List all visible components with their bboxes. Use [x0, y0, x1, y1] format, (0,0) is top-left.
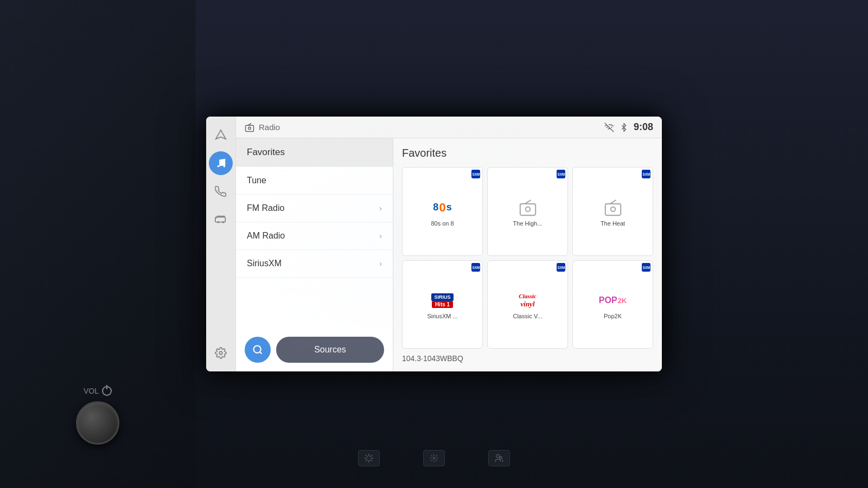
sxm-badge-high: SXM — [557, 170, 565, 178]
favorite-card-sirius1[interactable]: SXM SIRIUS Hits 1 SiriusXM ... — [402, 260, 483, 349]
search-button[interactable] — [245, 337, 271, 363]
person-icon — [488, 450, 510, 466]
sidebar-item-settings[interactable] — [209, 341, 233, 365]
svg-point-17 — [525, 207, 530, 211]
sidebar-item-vehicle[interactable] — [209, 208, 233, 232]
signal-icon — [604, 123, 614, 132]
svg-point-30 — [433, 458, 435, 459]
station-logo-classicvinyl: Classicvinyl — [512, 290, 544, 311]
sources-button[interactable]: Sources — [276, 337, 384, 363]
vol-label: VOL — [84, 386, 112, 396]
car-dashboard: VOL — [0, 0, 868, 488]
fm-radio-chevron: › — [379, 204, 382, 213]
favorite-card-pop2k[interactable]: SXM POP2K Pop2K — [572, 260, 653, 349]
bottom-btn-right — [488, 450, 510, 466]
tune-icon — [423, 450, 445, 466]
sxm-badge-classicvinyl: SXM — [557, 263, 565, 272]
menu-panel: Favorites Tune FM Radio › AM Radio › Sir — [236, 138, 393, 371]
sxm-badge-pop2k: SXM — [642, 263, 650, 272]
svg-text:SXM: SXM — [558, 266, 565, 269]
station-logo-pop2k: POP2K — [597, 290, 629, 311]
favorites-title: Favorites — [402, 147, 653, 159]
station-name-80s8: 80s on 8 — [431, 220, 454, 227]
svg-point-6 — [248, 127, 251, 130]
header: Radio — [236, 117, 662, 138]
svg-text:SXM: SXM — [643, 172, 650, 176]
bottom-btn-left — [358, 450, 380, 466]
header-title: Radio — [259, 123, 280, 132]
svg-line-11 — [260, 352, 262, 354]
favorites-panel: Favorites SXM — [393, 138, 662, 371]
favorite-card-thehigh[interactable]: SXM The High.. — [487, 167, 568, 256]
menu-item-siriusxm[interactable]: SiriusXM › — [236, 250, 393, 278]
svg-marker-0 — [216, 130, 226, 139]
station-name-sirius1: SiriusXM ... — [427, 313, 457, 319]
station-name-thehigh: The High... — [513, 220, 542, 227]
infotainment-screen: Radio — [206, 117, 662, 371]
power-icon — [102, 386, 112, 396]
sidebar-item-music[interactable] — [209, 151, 233, 175]
favorites-grid: SXM 80s 80s on 8 — [402, 167, 653, 349]
station-name-classicvinyl: Classic V... — [513, 313, 542, 319]
svg-point-3 — [219, 351, 222, 355]
vol-text: VOL — [84, 387, 99, 395]
header-left: Radio — [245, 123, 280, 132]
favorite-card-classicvinyl[interactable]: SXM Classicvinyl Classic V... — [487, 260, 568, 349]
favorite-card-theheat[interactable]: SXM The Heat — [572, 167, 653, 256]
am-radio-chevron: › — [379, 232, 382, 240]
station-logo-thehigh — [512, 197, 544, 218]
svg-rect-4 — [246, 125, 254, 131]
bluetooth-icon — [620, 123, 628, 132]
climate-icon — [358, 450, 380, 466]
menu-item-am-radio[interactable]: AM Radio › — [236, 222, 393, 250]
station-logo-80s8: 80s — [426, 197, 459, 218]
svg-rect-16 — [520, 204, 535, 215]
vol-control: VOL — [76, 386, 119, 445]
content-split: Favorites Tune FM Radio › AM Radio › Sir — [236, 138, 662, 371]
svg-text:SXM: SXM — [558, 172, 565, 176]
sidebar-item-phone[interactable] — [209, 179, 233, 203]
sidebar-item-navigation[interactable] — [209, 123, 233, 147]
sxm-badge-sirius1: SXM — [471, 263, 480, 272]
bottom-btn-center — [423, 450, 445, 466]
menu-item-fm-radio[interactable]: FM Radio › — [236, 195, 393, 222]
header-right: 9:08 — [604, 121, 653, 133]
svg-text:SXM: SXM — [473, 266, 480, 269]
svg-point-31 — [496, 454, 500, 458]
svg-point-2 — [223, 222, 224, 223]
station-name-theheat: The Heat — [601, 220, 625, 227]
left-panel: VOL — [0, 0, 195, 488]
sxm-badge-heat: SXM — [642, 170, 650, 178]
search-icon — [252, 344, 263, 355]
menu-item-favorites[interactable]: Favorites — [236, 138, 393, 167]
bottom-controls — [358, 450, 510, 466]
station-logo-sirius1: SIRIUS Hits 1 — [426, 290, 459, 311]
svg-point-32 — [500, 457, 502, 459]
svg-point-10 — [254, 346, 261, 353]
main-content: Radio — [236, 117, 662, 371]
svg-point-1 — [218, 222, 219, 223]
time-display: 9:08 — [634, 121, 653, 133]
station-name-pop2k: Pop2K — [604, 313, 622, 319]
svg-rect-21 — [605, 204, 620, 215]
station-logo-theheat — [597, 197, 629, 218]
radio-icon — [245, 123, 254, 132]
menu-item-tune[interactable]: Tune — [236, 167, 393, 195]
svg-text:SXM: SXM — [473, 172, 480, 176]
svg-point-22 — [610, 207, 615, 211]
svg-text:SXM: SXM — [643, 266, 650, 269]
favorite-card-80s8[interactable]: SXM 80s 80s on 8 — [402, 167, 483, 256]
sxm-badge: SXM — [471, 170, 480, 178]
siriusxm-chevron: › — [379, 259, 382, 268]
vol-knob[interactable] — [76, 401, 119, 445]
now-playing: 104.3·1043WBBQ — [402, 354, 653, 363]
menu-bottom: Sources — [236, 328, 393, 371]
sidebar — [206, 117, 236, 371]
